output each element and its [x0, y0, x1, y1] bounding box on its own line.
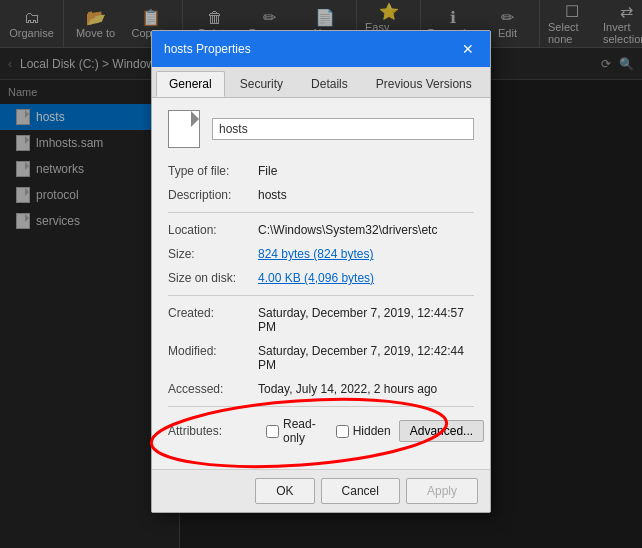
- description-label: Description:: [168, 188, 258, 202]
- hidden-checkbox-label[interactable]: Hidden: [336, 424, 391, 438]
- tab-previous-versions[interactable]: Previous Versions: [363, 71, 485, 97]
- size-value[interactable]: 824 bytes (824 bytes): [258, 247, 373, 261]
- modal-overlay: hosts Properties ✕ General Security Deta…: [0, 0, 642, 548]
- properties-dialog: hosts Properties ✕ General Security Deta…: [151, 30, 491, 513]
- prop-row-modified: Modified: Saturday, December 7, 2019, 12…: [168, 344, 474, 372]
- dialog-title: hosts Properties: [164, 42, 251, 56]
- divider-3: [168, 406, 474, 407]
- dialog-tabs: General Security Details Previous Versio…: [152, 67, 490, 98]
- tab-details-label: Details: [311, 77, 348, 91]
- dialog-close-button[interactable]: ✕: [458, 39, 478, 59]
- created-label: Created:: [168, 306, 258, 320]
- readonly-label: Read-only: [283, 417, 316, 445]
- modified-label: Modified:: [168, 344, 258, 358]
- description-value: hosts: [258, 188, 287, 202]
- cancel-button[interactable]: Cancel: [321, 478, 400, 504]
- attributes-label: Attributes:: [168, 424, 258, 438]
- prop-row-created: Created: Saturday, December 7, 2019, 12:…: [168, 306, 474, 334]
- size-label: Size:: [168, 247, 258, 261]
- readonly-checkbox[interactable]: [266, 425, 279, 438]
- accessed-value: Today, July 14, 2022, 2 hours ago: [258, 382, 437, 396]
- attributes-row: Attributes: Read-only Hidden Advanced...: [168, 417, 474, 445]
- size-on-disk-label: Size on disk:: [168, 271, 258, 285]
- file-name-input[interactable]: [212, 118, 474, 140]
- prop-row-accessed: Accessed: Today, July 14, 2022, 2 hours …: [168, 382, 474, 396]
- tab-security-label: Security: [240, 77, 283, 91]
- accessed-label: Accessed:: [168, 382, 258, 396]
- prop-row-description: Description: hosts: [168, 188, 474, 202]
- file-header: [168, 110, 474, 148]
- hidden-checkbox[interactable]: [336, 425, 349, 438]
- ok-button[interactable]: OK: [255, 478, 314, 504]
- tab-general[interactable]: General: [156, 71, 225, 97]
- divider-1: [168, 212, 474, 213]
- location-label: Location:: [168, 223, 258, 237]
- readonly-checkbox-label[interactable]: Read-only: [266, 417, 316, 445]
- divider-2: [168, 295, 474, 296]
- tab-details[interactable]: Details: [298, 71, 361, 97]
- attributes-section: Attributes: Read-only Hidden Advanced...: [168, 417, 474, 445]
- hidden-label: Hidden: [353, 424, 391, 438]
- prop-row-type: Type of file: File: [168, 164, 474, 178]
- apply-button[interactable]: Apply: [406, 478, 478, 504]
- prop-row-location: Location: C:\Windows\System32\drivers\et…: [168, 223, 474, 237]
- dialog-content: Type of file: File Description: hosts Lo…: [152, 98, 490, 469]
- tab-general-label: General: [169, 77, 212, 91]
- type-value: File: [258, 164, 277, 178]
- dialog-buttons: OK Cancel Apply: [152, 469, 490, 512]
- size-on-disk-value[interactable]: 4.00 KB (4,096 bytes): [258, 271, 374, 285]
- prop-row-size-on-disk: Size on disk: 4.00 KB (4,096 bytes): [168, 271, 474, 285]
- tab-prev-versions-label: Previous Versions: [376, 77, 472, 91]
- type-label: Type of file:: [168, 164, 258, 178]
- modified-value: Saturday, December 7, 2019, 12:42:44 PM: [258, 344, 474, 372]
- created-value: Saturday, December 7, 2019, 12:44:57 PM: [258, 306, 474, 334]
- tab-security[interactable]: Security: [227, 71, 296, 97]
- file-big-icon: [168, 110, 200, 148]
- dialog-titlebar: hosts Properties ✕: [152, 31, 490, 67]
- location-value: C:\Windows\System32\drivers\etc: [258, 223, 437, 237]
- advanced-button[interactable]: Advanced...: [399, 420, 484, 442]
- prop-row-size: Size: 824 bytes (824 bytes): [168, 247, 474, 261]
